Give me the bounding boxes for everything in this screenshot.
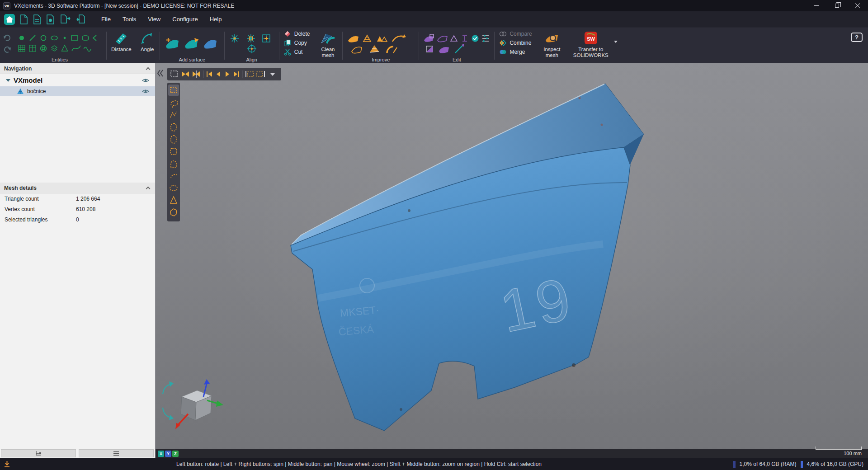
entity-line-icon[interactable] — [30, 35, 35, 41]
flip-selected-icon[interactable] — [193, 70, 200, 78]
entity-table-icon[interactable] — [29, 45, 36, 52]
help-icon[interactable]: ? — [851, 33, 863, 42]
entity-layers-icon[interactable] — [52, 46, 57, 51]
rounded-rect-select-tool-icon[interactable] — [170, 148, 177, 155]
close-button[interactable] — [847, 0, 868, 11]
polyline-select-tool-icon[interactable] — [170, 112, 177, 118]
undo-icon[interactable] — [3, 33, 12, 42]
edit-patch-icon[interactable] — [424, 34, 434, 42]
last-view-icon[interactable] — [234, 71, 239, 77]
new-session-icon[interactable] — [19, 14, 28, 25]
previous-view-icon[interactable] — [217, 71, 220, 77]
scanned-mesh-model[interactable]: 19 MKSET· ČESKÁ — [156, 63, 868, 458]
merge-button[interactable]: Merge — [499, 48, 532, 56]
y-axis-badge[interactable]: Y — [165, 451, 171, 457]
surface-patch-icon[interactable] — [185, 38, 199, 49]
menu-file[interactable]: File — [95, 11, 117, 28]
menu-help[interactable]: Help — [204, 11, 228, 28]
improve-smooth-icon[interactable] — [352, 47, 362, 53]
improve-decimate-icon[interactable] — [370, 45, 379, 52]
rect-select-tool-icon[interactable] — [168, 85, 179, 96]
edit-flip-icon[interactable] — [462, 36, 467, 41]
tree-view-toggle[interactable] — [1, 449, 76, 457]
clean-mesh-button[interactable]: Clean mesh — [314, 28, 342, 63]
cut-button[interactable]: Cut — [284, 48, 310, 56]
entity-dot-icon[interactable] — [64, 37, 66, 39]
slot-select-tool-icon[interactable] — [171, 123, 176, 131]
entity-ellipse-icon[interactable] — [51, 36, 57, 40]
expand-caret-icon[interactable] — [6, 79, 10, 82]
menu-tools[interactable]: Tools — [117, 11, 142, 28]
edit-remesh-icon[interactable] — [439, 47, 449, 53]
align-grid-icon[interactable] — [263, 35, 270, 42]
improve-curve-icon[interactable] — [392, 34, 406, 42]
entity-rectangle-icon[interactable] — [71, 36, 78, 40]
edit-validate-icon[interactable] — [472, 35, 479, 42]
slot2-select-tool-icon[interactable] — [171, 136, 176, 143]
home-icon[interactable] — [4, 14, 15, 25]
panel-collapse-icon[interactable] — [156, 69, 164, 78]
copy-button[interactable]: Copy — [284, 39, 310, 47]
x-axis-badge[interactable]: X — [158, 451, 164, 457]
edit-surface-icon[interactable] — [438, 36, 447, 42]
surface-plane-icon[interactable] — [204, 40, 217, 49]
entity-sphere-grid-icon[interactable] — [41, 46, 47, 52]
select-through-icon[interactable] — [246, 71, 254, 77]
align-origin-icon[interactable] — [247, 44, 256, 53]
rectangle-selection-icon[interactable] — [171, 71, 178, 77]
lasso-select-tool-icon[interactable] — [171, 101, 178, 108]
delete-button[interactable]: Delete — [284, 30, 310, 38]
triangle-select-tool-icon[interactable] — [170, 197, 177, 203]
entity-slot-icon[interactable] — [82, 36, 89, 40]
entity-triangle-icon[interactable] — [62, 45, 68, 51]
transfer-solidworks-button[interactable]: SW Transfer to SOLIDWORKS — [568, 28, 614, 63]
entity-grid-icon[interactable] — [19, 45, 25, 52]
navigation-cube[interactable] — [158, 379, 224, 432]
selection-options-dropdown-icon[interactable] — [270, 73, 275, 76]
edit-boundary-icon[interactable] — [426, 46, 433, 52]
distance-button[interactable]: Distance — [107, 28, 136, 63]
align-best-fit-icon[interactable] — [231, 34, 239, 42]
rotate-cw-icon[interactable] — [163, 408, 174, 420]
angle-button[interactable]: Angle — [136, 28, 159, 63]
combine-button[interactable]: Combine — [499, 39, 532, 47]
compare-button[interactable]: Compare — [499, 30, 532, 38]
export-session-icon[interactable] — [75, 14, 87, 25]
entity-vector-icon[interactable] — [93, 35, 96, 41]
save-session-icon[interactable] — [46, 14, 56, 25]
stadium-select-tool-icon[interactable] — [170, 186, 177, 191]
minimize-button[interactable] — [806, 0, 826, 11]
menu-view[interactable]: View — [142, 11, 166, 28]
updates-download-icon[interactable] — [4, 461, 10, 468]
list-view-toggle[interactable] — [79, 449, 154, 457]
first-view-icon[interactable] — [207, 71, 212, 77]
edit-triangle-icon[interactable] — [451, 36, 457, 41]
mesh-details-header[interactable]: Mesh details — [0, 183, 155, 193]
redo-icon[interactable] — [3, 45, 12, 54]
entity-wave-icon[interactable] — [84, 47, 91, 52]
menu-configure[interactable]: Configure — [166, 11, 203, 28]
rotate-ccw-icon[interactable] — [163, 381, 174, 394]
navigation-header[interactable]: Navigation — [0, 63, 155, 74]
z-axis-badge[interactable]: Z — [172, 451, 179, 457]
tree-item-bocnice[interactable]: bočnice — [0, 86, 155, 96]
entity-point-icon[interactable] — [19, 36, 24, 40]
open-session-icon[interactable] — [33, 14, 42, 25]
arc-select-tool-icon[interactable] — [171, 174, 177, 178]
entity-spline-icon[interactable] — [72, 46, 80, 51]
edit-sliders-icon[interactable] — [482, 35, 489, 42]
select-visible-icon[interactable] — [257, 71, 264, 77]
align-targets-icon[interactable] — [247, 34, 255, 42]
improve-triangles-icon[interactable] — [377, 36, 387, 42]
visibility-eye-icon[interactable] — [142, 78, 150, 83]
next-view-icon[interactable] — [226, 71, 229, 77]
flip-normals-icon[interactable] — [182, 71, 189, 77]
edit-knife-icon[interactable] — [455, 44, 464, 53]
arch-select-tool-icon[interactable] — [171, 161, 176, 167]
auto-surface-icon[interactable] — [166, 38, 179, 49]
improve-defeature-icon[interactable] — [387, 47, 397, 53]
improve-fill-holes-icon[interactable] — [363, 35, 371, 42]
inspect-mesh-button[interactable]: Inspect mesh — [536, 28, 568, 63]
polygon-select-tool-icon[interactable] — [170, 209, 177, 216]
import-session-icon[interactable] — [60, 14, 71, 25]
